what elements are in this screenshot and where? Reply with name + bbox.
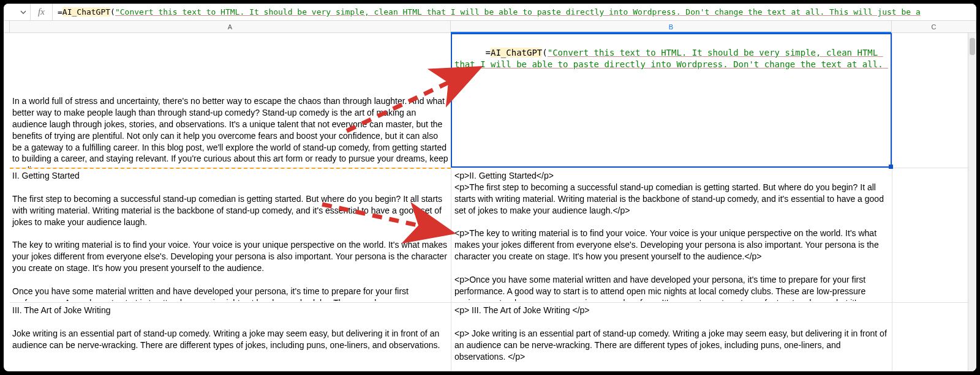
grid-area[interactable]: In a world full of stress and uncertaint…	[4, 33, 976, 371]
formula-fn: AI_ChatGPT	[62, 7, 110, 17]
formula-bar: fx =AI_ChatGPT("Convert this text to HTM…	[4, 4, 976, 21]
chevron-down-icon	[20, 9, 26, 15]
formula-paren: (	[110, 7, 115, 17]
scrollbar-thumb[interactable]	[970, 38, 975, 55]
select-all-corner[interactable]	[4, 21, 10, 32]
formula-string: "Convert this text to HTML. It should be…	[115, 7, 921, 17]
vertical-scrollbar[interactable]	[968, 33, 976, 371]
column-header-c[interactable]: C	[892, 21, 976, 32]
cell-a2[interactable]: II. Getting Started The first step to be…	[10, 169, 451, 301]
grid-vline	[892, 33, 892, 371]
cell-b1-eq: =	[486, 48, 491, 58]
grid-hline	[10, 302, 976, 303]
cell-a3[interactable]: III. The Art of Joke Writing Joke writin…	[10, 303, 451, 371]
column-header-b[interactable]: B	[451, 21, 892, 32]
cell-b2[interactable]: <p>II. Getting Started</p> <p>The first …	[452, 169, 892, 301]
cell-b1[interactable]: =AI_ChatGPT("Convert this text to HTML. …	[452, 34, 892, 71]
spreadsheet-window: fx =AI_ChatGPT("Convert this text to HTM…	[4, 4, 976, 371]
cell-b3[interactable]: <p> III. The Art of Joke Writing </p> <p…	[452, 303, 892, 371]
fx-icon: fx	[31, 4, 53, 20]
grid-vline	[451, 33, 451, 371]
cell-b1-open: (	[542, 48, 547, 58]
formula-input[interactable]: =AI_ChatGPT("Convert this text to HTML. …	[53, 4, 976, 20]
name-box[interactable]	[4, 4, 31, 20]
cell-a1[interactable]: In a world full of stress and uncertaint…	[10, 94, 451, 168]
grid-hline	[10, 168, 976, 168]
column-header-a[interactable]: A	[10, 21, 451, 32]
column-headers: A B C	[4, 21, 976, 33]
formula-equals: =	[58, 7, 62, 17]
cell-b1-fn: AI_ChatGPT	[491, 48, 542, 58]
